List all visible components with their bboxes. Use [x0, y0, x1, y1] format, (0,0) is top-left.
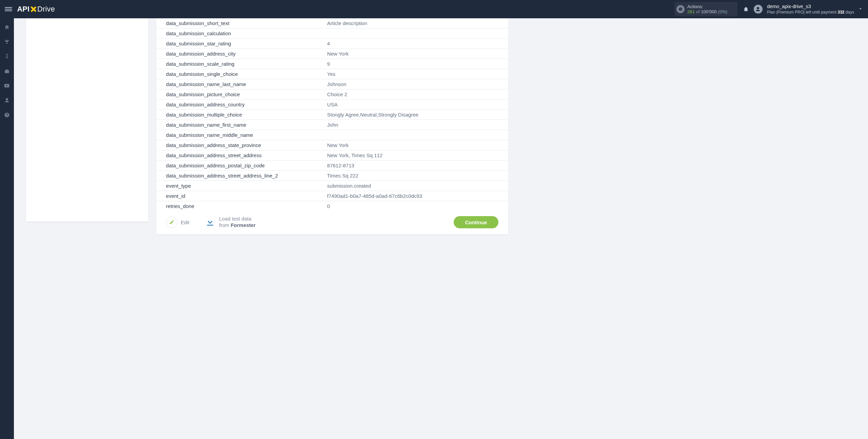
table-row: data_submission_multiple_choiceStongly A… — [156, 110, 508, 120]
table-row: data_submission_calculation — [156, 28, 508, 39]
actions-of: of — [696, 9, 701, 14]
table-row: retries_done0 — [156, 201, 508, 211]
row-value: f7490ad1-b0a7-485d-a0ad-67c6b2c0dc93 — [327, 193, 508, 199]
user-avatar-icon[interactable] — [754, 5, 763, 14]
row-value: 4 — [327, 41, 508, 46]
sidebar — [0, 18, 14, 247]
row-key: retries_done — [156, 203, 327, 209]
nav-profile-icon[interactable] — [3, 97, 11, 104]
table-row: event_idf7490ad1-b0a7-485d-a0ad-67c6b2c0… — [156, 191, 508, 201]
nav-billing-icon[interactable] — [3, 53, 11, 60]
row-value: Stongly Agree,Neutral,Strongly Disagree — [327, 112, 508, 118]
row-value: New York — [327, 51, 508, 57]
row-value — [327, 30, 508, 36]
info-icon — [676, 5, 685, 13]
nav-briefcase-icon[interactable] — [3, 67, 11, 75]
topbar: API Drive Actions: 261 of 100'000 (0%) d… — [0, 0, 868, 18]
row-key: data_submission_name_first_name — [156, 122, 327, 128]
table-row: data_submission_address_cityNew York — [156, 49, 508, 59]
pencil-icon — [166, 216, 178, 228]
account-block[interactable]: demo_apix-drive_s3 Plan |Premium PRO| le… — [767, 3, 854, 15]
data-table: data_submission_short_textArticle descri… — [156, 18, 508, 211]
table-row: data_submission_single_choiceYes — [156, 69, 508, 79]
load-test-data-button[interactable]: Load test data from Formester — [205, 216, 256, 229]
row-key: event_type — [156, 183, 327, 189]
row-key: data_submission_address_street_address_l… — [156, 173, 327, 179]
actions-count: 261 — [687, 9, 695, 14]
nav-connections-icon[interactable] — [3, 38, 11, 46]
right-panel-card: data_submission_short_textArticle descri… — [156, 18, 508, 234]
download-icon — [205, 217, 215, 228]
actions-pct: (0%) — [718, 9, 728, 14]
row-key: data_submission_picture_choice — [156, 91, 327, 97]
nav-home-icon[interactable] — [3, 24, 11, 31]
account-plan: Plan |Premium PRO| left until payment 33… — [767, 10, 854, 15]
row-key: data_submission_scale_rating — [156, 61, 327, 67]
row-value — [327, 132, 508, 138]
row-value: 0 — [327, 203, 508, 209]
actions-label: Actions: — [687, 4, 733, 9]
row-value: New York — [327, 142, 508, 148]
row-key: data_submission_name_middle_name — [156, 132, 327, 138]
row-key: data_submission_name_last_name — [156, 81, 327, 87]
load-text: Load test data from Formester — [219, 216, 256, 229]
row-key: data_submission_star_rating — [156, 41, 327, 46]
row-key: data_submission_address_street_address — [156, 152, 327, 158]
row-key: data_submission_multiple_choice — [156, 112, 327, 118]
row-value: 9 — [327, 61, 508, 67]
brand-drive: Drive — [37, 5, 55, 14]
row-value: John — [327, 122, 508, 128]
table-row: data_submission_address_postal_zip_code8… — [156, 161, 508, 171]
account-name: demo_apix-drive_s3 — [767, 3, 854, 10]
table-row: data_submission_name_first_nameJohn — [156, 120, 508, 130]
row-key: event_id — [156, 193, 327, 199]
main-content: data_submission_short_textArticle descri… — [14, 18, 868, 247]
row-key: data_submission_address_country — [156, 102, 327, 107]
actions-total: 100'000 — [701, 9, 717, 14]
table-row: data_submission_name_middle_name — [156, 130, 508, 140]
row-value: Article description — [327, 20, 508, 26]
row-value: Choice 2 — [327, 91, 508, 97]
row-key: data_submission_address_state_province — [156, 142, 327, 148]
row-key: data_submission_address_postal_zip_code — [156, 163, 327, 168]
table-row: data_submission_address_state_provinceNe… — [156, 140, 508, 150]
row-value: USA — [327, 102, 508, 107]
continue-button[interactable]: Continue — [454, 216, 498, 228]
left-panel-card — [26, 18, 148, 222]
row-key: data_submission_address_city — [156, 51, 327, 57]
row-value: 87612-8713 — [327, 163, 508, 168]
table-row: data_submission_address_street_address_l… — [156, 171, 508, 181]
table-row: data_submission_star_rating4 — [156, 39, 508, 49]
table-row: data_submission_address_countryUSA — [156, 100, 508, 110]
nav-youtube-icon[interactable] — [3, 82, 11, 89]
row-value: New York, Times Sq 112 — [327, 152, 508, 158]
table-row: data_submission_name_last_nameJohnson — [156, 79, 508, 89]
footer-actions: Edit Load test data from Formester Conti… — [156, 211, 508, 229]
row-key: data_submission_calculation — [156, 30, 327, 36]
row-value: Johnson — [327, 81, 508, 87]
row-value: Times Sq 222 — [327, 173, 508, 179]
table-row: data_submission_picture_choiceChoice 2 — [156, 89, 508, 100]
table-row: event_typesubmission.created — [156, 181, 508, 191]
table-row: data_submission_address_street_addressNe… — [156, 150, 508, 161]
edit-label: Edit — [181, 220, 190, 225]
brand-logo[interactable]: API Drive — [17, 5, 55, 14]
table-row: data_submission_scale_rating9 — [156, 59, 508, 69]
table-row: data_submission_short_textArticle descri… — [156, 18, 508, 28]
actions-counter[interactable]: Actions: 261 of 100'000 (0%) — [674, 2, 737, 16]
nav-help-icon[interactable] — [3, 111, 11, 119]
row-key: data_submission_short_text — [156, 20, 327, 26]
brand-api: API — [17, 5, 29, 14]
hamburger-menu-icon[interactable] — [5, 5, 12, 13]
edit-button[interactable]: Edit — [166, 216, 190, 228]
notifications-bell-icon[interactable] — [743, 6, 749, 12]
row-value: submission.created — [327, 183, 508, 189]
brand-x-icon — [30, 6, 37, 13]
actions-values: 261 of 100'000 (0%) — [687, 9, 733, 14]
row-value: Yes — [327, 71, 508, 77]
account-caret-down-icon[interactable] — [858, 6, 863, 12]
row-key: data_submission_single_choice — [156, 71, 327, 77]
